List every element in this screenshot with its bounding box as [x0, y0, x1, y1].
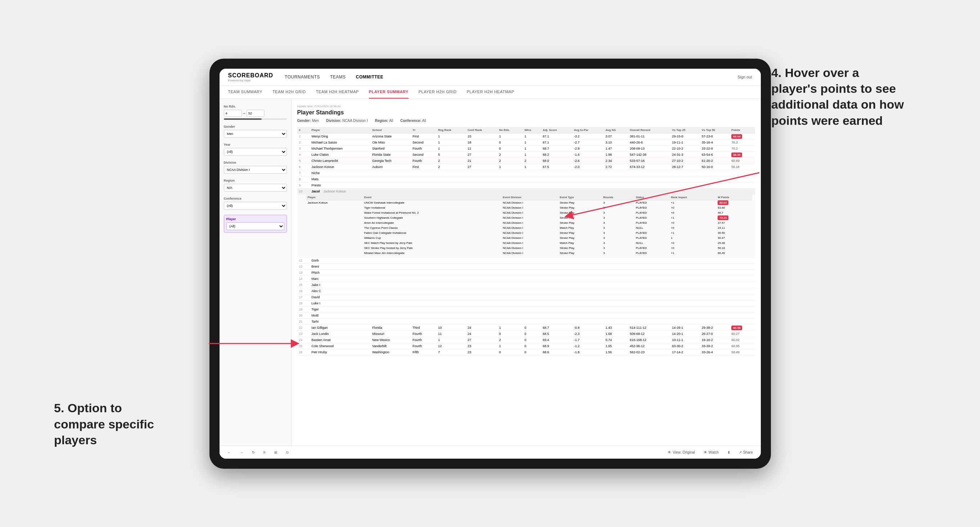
inner-table-row[interactable]: Southern Highlands Collegiate NCAA Divis…	[306, 215, 752, 220]
annotation-5-text: 5. Option to compare specific players	[54, 400, 165, 448]
table-row[interactable]: 6 Jackson Koivun Auburn First 2 27 1 1 6…	[297, 163, 755, 170]
annotation-4-text: 4. Hover over a player's points to see a…	[771, 65, 908, 129]
watch-button[interactable]: 👁 Watch	[702, 449, 721, 456]
forward-button[interactable]: →	[237, 449, 245, 456]
col-avg-par: Avg to-Par	[572, 127, 604, 133]
inner-col-rank: Rank Impact	[669, 195, 716, 200]
subnav-player-h2h-grid[interactable]: PLAYER H2H GRID	[418, 86, 457, 98]
left-panel: No Rds. – Gender Men Women	[220, 99, 291, 446]
nav-teams[interactable]: TEAMS	[330, 75, 346, 79]
col-rank: #	[297, 127, 310, 133]
tablet-frame: SCOREBOARD Powered by clippl TOURNAMENTS…	[210, 59, 771, 469]
table-row[interactable]: 15Jake I	[297, 282, 755, 288]
filter-player-select[interactable]: (All)	[226, 222, 284, 230]
view-original-button[interactable]: 👁 View: Original	[665, 449, 697, 456]
filter-slider-fill	[224, 118, 262, 120]
table-row[interactable]: 24Bastien AmatNew MexicoFourth 1272069.4…	[297, 337, 755, 343]
subnav-team-h2h-heatmap[interactable]: TEAM H2H HEATMAP	[316, 86, 359, 98]
table-row[interactable]: 20Mottl	[297, 312, 755, 318]
inner-col-type: Event Type	[558, 195, 601, 200]
points-badge[interactable]: 60.64	[731, 134, 742, 139]
inner-table-row[interactable]: Tiger Invitational NCAA Division I Strok…	[306, 205, 752, 210]
filter-division: Division NCAA Division I	[224, 161, 287, 174]
region-filter-chip: Region: All	[375, 119, 393, 123]
table-row[interactable]: 17David	[297, 294, 755, 300]
filter-no-rds-min[interactable]	[224, 110, 242, 117]
filter-conference-select[interactable]: (All)	[224, 202, 287, 210]
points-badge[interactable]: 60.58	[731, 325, 742, 330]
content-area[interactable]: Update time: 27/01/2024 16:56:26 Player …	[291, 99, 761, 446]
table-row[interactable]: 7 Niche	[297, 170, 755, 176]
table-row[interactable]: 26Petr HrubyWashingtonFifth 7230068.6-1.…	[297, 349, 755, 355]
table-row[interactable]: 22Ian GilliganFloridaThird 10241068.7-0.…	[297, 324, 755, 330]
nav-committee[interactable]: COMMITTEE	[356, 75, 383, 79]
filter-gender-select[interactable]: Men Women	[224, 130, 287, 138]
col-no-rds: No Rds.	[497, 127, 523, 133]
filter-no-rds-max[interactable]	[247, 110, 264, 117]
share-button[interactable]: ↗ Share	[737, 449, 755, 456]
filter-year-select[interactable]: (All)	[224, 148, 287, 156]
table-row[interactable]: 25Cole SherwoodVanderbiltFourth 12231068…	[297, 343, 755, 349]
table-row-expanded-content: Player Event Event Division Event Type R…	[297, 194, 755, 257]
clock-button[interactable]: ⊙	[283, 449, 291, 456]
nav-tournaments[interactable]: TOURNAMENTS	[285, 75, 320, 79]
inner-col-wpoints: W Points	[716, 195, 752, 200]
back-button[interactable]: ←	[225, 449, 233, 456]
table-row[interactable]: 1 Wenyi Ding Arizona State First 1 15 1 …	[297, 133, 755, 139]
table-row[interactable]: 8 Mats	[297, 176, 755, 182]
filter-region-select[interactable]: N/A	[224, 184, 287, 192]
inner-table-row[interactable]: Amer An Intercollegiate NCAA Division I …	[306, 220, 752, 225]
inner-table-row[interactable]: Jackson Kolsun UNCW Seahawk Intercollegi…	[306, 200, 752, 205]
sign-out-link[interactable]: Sign out	[737, 75, 752, 79]
inner-table-row[interactable]: SEC Stroke Play hosted by Jerry Pate NCA…	[306, 245, 752, 250]
col-vs50: Vs Top 50	[700, 127, 730, 133]
col-wins: Wins	[523, 127, 541, 133]
filter-division-label: Division	[224, 161, 287, 164]
table-row[interactable]: 18Luke I	[297, 300, 755, 306]
table-row[interactable]: 5 Christo Lamprecht Georgia Tech Fourth …	[297, 157, 755, 163]
inner-table-row[interactable]: Fallen Oak Collegiate Invitational NCAA …	[306, 230, 752, 235]
refresh-button[interactable]: ↻	[250, 449, 257, 456]
copy-button[interactable]: ⎘	[261, 449, 268, 456]
filter-no-rds-label: No Rds.	[224, 105, 287, 108]
subnav-player-h2h-heatmap[interactable]: PLAYER H2H HEATMAP	[467, 86, 514, 98]
filter-region-label: Region	[224, 179, 287, 183]
inner-table-row[interactable]: SEC Match Play hosted by Jerry Pate NCAA…	[306, 240, 752, 245]
view-icon: 👁	[668, 450, 671, 454]
logo-title: SCOREBOARD	[228, 72, 274, 79]
table-row[interactable]: 19Tiger	[297, 306, 755, 312]
table-row[interactable]: 11Gorb	[297, 257, 755, 264]
subnav-team-summary[interactable]: TEAM SUMMARY	[228, 86, 263, 98]
inner-table-row[interactable]: The Cypress Point Classic NCAA Division …	[306, 225, 752, 230]
subnav-team-h2h-grid[interactable]: TEAM H2H GRID	[272, 86, 306, 98]
table-row[interactable]: 2 Michael La Sasso Ole Miss Second 1 18 …	[297, 139, 755, 145]
table-row[interactable]: 21Tarhi	[297, 318, 755, 324]
table-row[interactable]: 9 Presto	[297, 182, 755, 188]
conference-filter-chip: Conference: All	[400, 119, 426, 123]
main-content: No Rds. – Gender Men Women	[220, 99, 761, 446]
inner-table-row[interactable]: Wake Forest Invitational at Pinehurst No…	[306, 210, 752, 215]
inner-table-row[interactable]: Mirabel Maui Jim Intercollegiate NCAA Di…	[306, 250, 752, 256]
filter-slider[interactable]	[224, 118, 287, 120]
subnav-player-summary[interactable]: PLAYER SUMMARY	[369, 86, 409, 98]
table-row-expanded-header[interactable]: 10 Jacol Jackson Kolsun	[297, 188, 755, 194]
table-row[interactable]: 13Phich	[297, 270, 755, 276]
table-row[interactable]: 12Breni	[297, 264, 755, 270]
table-row[interactable]: 3 Michael Thorbjornsen Stanford Fourth 1…	[297, 145, 755, 151]
filter-gender-label: Gender	[224, 125, 287, 129]
filter-division-select[interactable]: NCAA Division I	[224, 166, 287, 174]
table-row[interactable]: 16Alex C	[297, 288, 755, 294]
inner-col-event: Event	[363, 195, 501, 200]
inner-table: Player Event Event Division Event Type R…	[306, 195, 752, 256]
points-badge[interactable]: 66.54	[731, 152, 742, 157]
table-row[interactable]: 4 Luke Claton Florida State Second 5 27 …	[297, 151, 755, 157]
nav-left: SCOREBOARD Powered by clippl TOURNAMENTS…	[228, 72, 383, 82]
filters-row: Gender: Men Division: NCAA Division I Re…	[297, 119, 755, 123]
inner-table-row[interactable]: Williams Cup NCAA Division I Stroke Play…	[306, 235, 752, 240]
table-row[interactable]: 23Jack LundinMissouriFourth 11240068.5-2…	[297, 330, 755, 337]
col-overall: Overall Record	[628, 127, 670, 133]
inner-col-player: Player	[306, 195, 363, 200]
table-row[interactable]: 14Marc	[297, 276, 755, 282]
layout-button[interactable]: ⊞	[272, 449, 279, 456]
download-button[interactable]: ⬇	[725, 449, 732, 456]
